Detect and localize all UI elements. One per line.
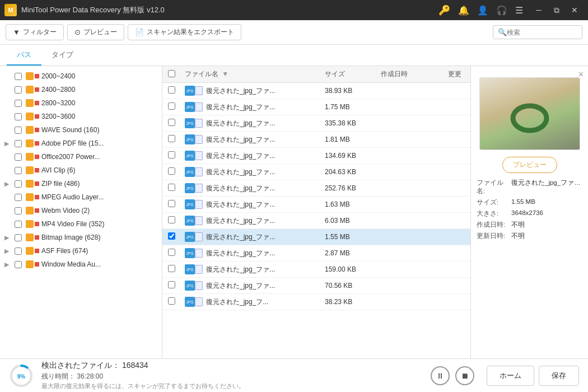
expand-arrow-icon: ▶ [4,234,12,241]
file-row[interactable]: JPG復元された_jpg_ファ...159.00 KB [162,262,470,278]
tab-path[interactable]: パス [7,45,41,66]
file-type-icon [26,166,39,174]
file-name: 復元された_jpg_フ... [206,297,268,307]
file-row[interactable]: JPG復元された_jpg_ファ...1.55 MB [162,229,470,245]
file-checkbox-14[interactable] [168,297,175,305]
file-checkbox-3[interactable] [168,119,175,126]
left-panel-item-2[interactable]: 2400~2800 [0,83,162,96]
preview-button[interactable]: ⊙ プレビュー [67,24,124,40]
page-icon [195,102,203,111]
tree-item-label: Bitmap Image (628) [41,234,156,241]
item-checkbox-13[interactable] [15,234,22,241]
item-checkbox-1[interactable] [15,73,22,80]
pause-button[interactable]: ⏸ [431,366,450,385]
left-panel-item-13[interactable]: ▶Bitmap Image (628) [0,231,162,244]
tree-item-label: Webm Video (2) [41,207,156,214]
file-checkbox-1[interactable] [168,86,175,94]
home-button[interactable]: ホーム [487,366,534,386]
left-panel-item-5[interactable]: WAVE Sound (160) [0,123,162,137]
file-checkbox-5[interactable] [168,151,175,158]
file-row[interactable]: JPG復元された_jpg_ファ...2.87 MB [162,245,470,262]
item-checkbox-7[interactable] [15,153,22,161]
tab-type[interactable]: タイプ [41,45,83,66]
file-size: 159.00 KB [325,265,381,273]
bell-icon[interactable]: 🔔 [458,5,469,16]
item-checkbox-15[interactable] [15,261,22,268]
left-panel-item-14[interactable]: ▶ASF Files (674) [0,244,162,258]
file-row[interactable]: JPG復元された_jpg_ファ...1.63 MB [162,197,470,213]
search-box[interactable]: 🔍 [493,25,582,39]
item-checkbox-5[interactable] [15,127,22,134]
left-panel-item-15[interactable]: ▶Window Media Au... [0,258,162,271]
left-panel-item-9[interactable]: ▶ZIP file (486) [0,177,162,190]
info-row-dimensions: 大きさ: 3648x2736 [477,209,582,218]
save-button[interactable]: 保存 [539,366,579,386]
file-row[interactable]: JPG復元された_jpg_ファ...38.93 KB [162,83,470,99]
file-checkbox-12[interactable] [168,265,175,272]
file-checkbox-6[interactable] [168,167,175,175]
action-buttons: ホーム 保存 [487,366,579,386]
file-row[interactable]: JPG復元された_jpg_ファ...6.03 MB [162,213,470,229]
close-button[interactable]: ✕ [566,0,584,20]
headphones-icon[interactable]: 🎧 [496,5,507,16]
file-row[interactable]: JPG復元された_jpg_ファ...204.63 KB [162,164,470,180]
file-checkbox-7[interactable] [168,184,175,191]
left-panel-item-10[interactable]: MPEG Audio Layer... [0,190,162,204]
left-panel-item-7[interactable]: Office2007 Power... [0,150,162,164]
file-checkbox-10[interactable] [168,232,175,240]
pause-icon: ⏸ [436,371,444,380]
select-all-checkbox[interactable] [168,70,175,77]
titlebar-icons: 🔑 🔔 👤 🎧 ☰ [438,4,523,16]
file-name: 復元された_jpg_ファ... [206,167,275,177]
left-panel-item-3[interactable]: 2800~3200 [0,96,162,110]
item-checkbox-12[interactable] [15,221,22,228]
export-button[interactable]: 📄 スキャン結果をエクスポート [128,24,241,40]
key-icon[interactable]: 🔑 [438,4,450,16]
file-row[interactable]: JPG復元された_jpg_ファ...1.75 MB [162,99,470,115]
left-panel-item-6[interactable]: ▶Adobe PDF file (15... [0,137,162,150]
item-checkbox-3[interactable] [15,100,22,107]
stop-button[interactable]: ⏹ [455,366,474,385]
file-size: 1.81 MB [325,136,381,143]
item-checkbox-14[interactable] [15,248,22,255]
file-row[interactable]: JPG復元された_jpg_ファ...1.81 MB [162,132,470,148]
item-checkbox-2[interactable] [15,86,22,94]
file-checkbox-11[interactable] [168,249,175,256]
preview-action-button[interactable]: プレビュー [502,157,557,173]
svg-rect-1 [505,88,555,139]
file-row[interactable]: JPG復元された_jpg_ファ...335.38 KB [162,115,470,132]
left-panel-item-11[interactable]: Webm Video (2) [0,204,162,217]
file-name: 復元された_jpg_ファ... [206,216,275,226]
file-name: 復元された_jpg_ファ... [206,249,275,258]
restore-button[interactable]: ⧉ [548,0,566,20]
minimize-button[interactable]: ─ [530,0,548,20]
file-checkbox-8[interactable] [168,200,175,207]
scan-files-label: 検出されたファイル： 168434 [41,361,423,371]
tabs: パス タイプ [0,45,588,66]
item-checkbox-4[interactable] [15,113,22,120]
export-icon: 📄 [135,28,144,36]
file-checkbox-13[interactable] [168,281,175,288]
file-type-icon [26,193,39,201]
left-panel-item-4[interactable]: 3200~3600 [0,110,162,123]
menu-icon[interactable]: ☰ [515,5,523,16]
file-row[interactable]: JPG復元された_jpg_ファ...70.56 KB [162,278,470,294]
item-checkbox-10[interactable] [15,194,22,201]
item-checkbox-6[interactable] [15,140,22,147]
item-checkbox-8[interactable] [15,167,22,174]
file-checkbox-4[interactable] [168,135,175,142]
person-icon[interactable]: 👤 [477,5,488,16]
file-checkbox-2[interactable] [168,102,175,110]
file-row[interactable]: JPG復元された_jpg_フ...38.23 KB [162,294,470,310]
file-row[interactable]: JPG復元された_jpg_ファ...134.69 KB [162,148,470,164]
file-row[interactable]: JPG復元された_jpg_ファ...252.76 KB [162,180,470,197]
search-input[interactable] [507,29,580,36]
item-checkbox-9[interactable] [15,180,22,188]
scan-info: 検出されたファイル： 168434 残り時間： 36:28:00 最大限の復元効… [41,361,423,390]
left-panel-item-8[interactable]: AVI Clip (6) [0,164,162,177]
item-checkbox-11[interactable] [15,207,22,214]
left-panel-item-12[interactable]: MP4 Video File (352) [0,217,162,231]
filter-button[interactable]: ▼ フィルター [6,24,64,40]
left-panel-item-1[interactable]: 2000~2400 [0,69,162,83]
file-checkbox-9[interactable] [168,216,175,223]
